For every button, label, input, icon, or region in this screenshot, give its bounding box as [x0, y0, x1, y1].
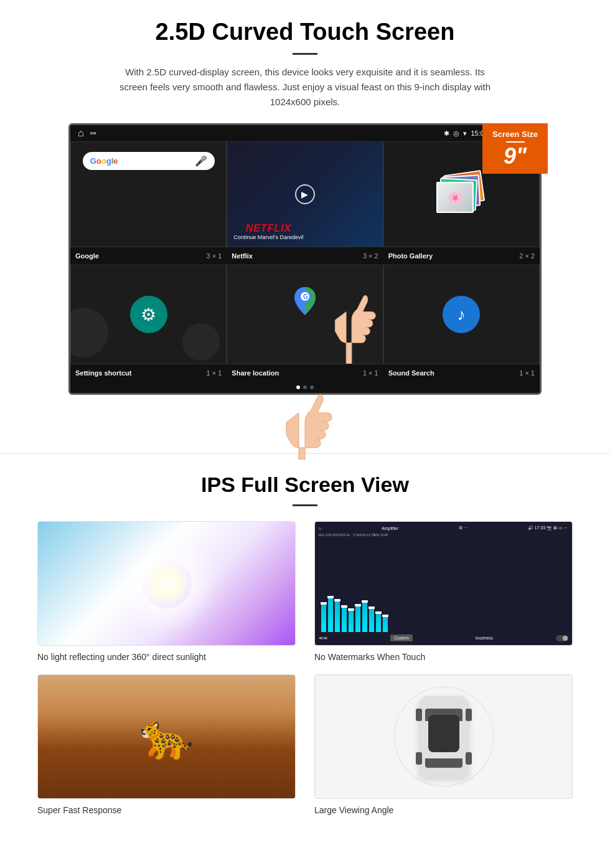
feature-grid: No light reflecting under 360° direct su… — [25, 521, 585, 815]
amplifier-image: ⌂ Amplifier ⚙ ··· 🔊 17:33 📷 ⊠ ▭ ← 60z 10… — [314, 521, 573, 646]
eq-bar-3 — [335, 601, 340, 632]
hand-below-svg — [243, 385, 367, 460]
netflix-size: 3 × 2 — [363, 252, 378, 260]
sound-label: Sound Search — [388, 369, 434, 377]
badge-divider — [506, 141, 525, 143]
bg-figure-1 — [68, 308, 108, 357]
section1-description: With 2.5D curved-display screen, this de… — [112, 65, 498, 110]
feature-amplifier: ⌂ Amplifier ⚙ ··· 🔊 17:33 📷 ⊠ ▭ ← 60z 10… — [314, 521, 573, 662]
wheel-front-right — [466, 709, 472, 721]
amp-home-icon: ⌂ — [319, 526, 321, 531]
eq-bar-1 — [321, 604, 326, 632]
feature-cheetah: 🐆 Super Fast Response — [37, 674, 296, 815]
car-image — [314, 674, 573, 799]
screen-size-badge: Screen Size 9" — [482, 123, 548, 174]
app-label-netflix: Netflix 3 × 2 — [227, 250, 383, 262]
eq-bar-2 — [328, 598, 333, 632]
eq-bar-6 — [355, 606, 360, 632]
eq-bar-5 — [349, 610, 354, 632]
amp-freq-labels: 60z 100 200 500 1k 2.5k 10k 12.5k 15k SU… — [319, 533, 568, 537]
photo-stack: 🌸 — [436, 169, 486, 219]
amp-nav-left: ≪≪ — [319, 636, 327, 641]
bluetooth-icon: ✱ — [444, 130, 449, 138]
settings-cell[interactable]: ⚙ — [70, 265, 227, 364]
eq-bar-10 — [383, 616, 388, 632]
cheetah-emoji: 🐆 — [139, 711, 194, 762]
google-search-bar[interactable]: Google 🎤 — [83, 152, 215, 170]
photogallery-size: 2 × 2 — [519, 252, 535, 260]
device-mockup: Screen Size 9" ⌂ ⚯ ✱ ◎ ▾ 15:06 📷 🔊 ⊠ — [68, 123, 542, 395]
eq-bar-7 — [362, 602, 367, 632]
amp-bottombar: ≪≪ Custom loudness — [319, 634, 568, 641]
amp-time: 🔊 17:33 📷 ⊠ ▭ ← — [528, 526, 568, 531]
car-container — [419, 696, 469, 777]
photogallery-label: Photo Gallery — [388, 252, 433, 260]
wheel-rear-left — [416, 752, 422, 765]
app-labels-row2: Settings shortcut 1 × 1 Share location 1… — [70, 364, 540, 382]
badge-size: 9" — [504, 143, 527, 169]
wifi-icon: ▾ — [463, 130, 467, 138]
svg-text:G: G — [303, 293, 308, 300]
cheetah-image: 🐆 — [37, 674, 296, 799]
badge-title: Screen Size — [492, 130, 538, 139]
mic-icon[interactable]: 🎤 — [195, 155, 207, 167]
sound-search-cell[interactable]: ♪ — [383, 265, 540, 364]
sound-search-icon: ♪ — [443, 296, 480, 333]
sun-glow — [142, 559, 192, 608]
usb-icon: ⚯ — [90, 130, 96, 138]
app-grid-row1: Google 🎤 ▶ NETFLIX Continue Marvel's Dar… — [70, 141, 540, 247]
hand-pointing-svg — [314, 270, 383, 364]
netflix-app-cell[interactable]: ▶ NETFLIX Continue Marvel's Daredevil — [227, 141, 383, 247]
google-size: 3 × 1 — [207, 252, 222, 260]
settings-size: 1 × 1 — [207, 369, 222, 377]
wheel-front-left — [416, 709, 422, 721]
app-label-photogallery: Photo Gallery 2 × 2 — [383, 250, 540, 262]
google-app-cell[interactable]: Google 🎤 — [70, 141, 227, 247]
netflix-logo: NETFLIX — [233, 223, 303, 234]
share-location-cell[interactable]: G — [227, 265, 383, 364]
location-icon: ◎ — [453, 130, 459, 138]
windshield-rear — [425, 758, 462, 768]
sunlight-caption: No light reflecting under 360° direct su… — [37, 652, 296, 662]
feature-car: Large Viewing Angle — [314, 674, 573, 815]
google-label: Google — [75, 252, 99, 260]
app-label-google: Google 3 × 1 — [70, 250, 227, 262]
app-label-settings: Settings shortcut 1 × 1 — [70, 367, 227, 379]
section1-title: 2.5D Curved Touch Screen — [37, 19, 573, 45]
netflix-overlay: NETFLIX Continue Marvel's Daredevil — [233, 223, 303, 240]
car-visual — [315, 675, 572, 798]
play-button[interactable]: ▶ — [295, 184, 315, 204]
settings-label: Settings shortcut — [75, 369, 131, 377]
app-grid-row2: ⚙ G — [70, 265, 540, 364]
app-label-sound: Sound Search 1 × 1 — [383, 367, 540, 379]
eq-bar-9 — [376, 613, 381, 632]
sunlight-visual — [38, 522, 295, 645]
photo-card-flower: 🌸 — [436, 182, 474, 213]
section2-title: IPS Full Screen View — [25, 473, 585, 497]
eq-bar-4 — [342, 607, 347, 632]
status-bar-left: ⌂ ⚯ — [78, 128, 96, 139]
share-label: Share location — [232, 369, 279, 377]
amp-settings-icon: ⚙ ··· — [459, 526, 467, 531]
netflix-label: Netflix — [232, 252, 253, 260]
car-top-view — [419, 696, 469, 777]
wheel-rear-right — [466, 752, 472, 765]
home-icon[interactable]: ⌂ — [78, 128, 84, 139]
amp-title: Amplifier — [382, 526, 398, 531]
section-curved-screen: 2.5D Curved Touch Screen With 2.5D curve… — [0, 0, 610, 435]
amp-custom-btn[interactable]: Custom — [390, 634, 413, 641]
car-roof — [428, 715, 459, 752]
app-label-share: Share location 1 × 1 — [227, 367, 383, 379]
netflix-subtitle: Continue Marvel's Daredevil — [233, 234, 303, 240]
hand-below-container — [37, 385, 573, 435]
section2-divider — [293, 504, 317, 506]
amp-loudness-toggle[interactable] — [556, 635, 568, 641]
section-ips: IPS Full Screen View No light reflecting… — [0, 473, 610, 815]
sound-size: 1 × 1 — [519, 369, 535, 377]
amplifier-visual: ⌂ Amplifier ⚙ ··· 🔊 17:33 📷 ⊠ ▭ ← 60z 10… — [315, 522, 572, 645]
cheetah-caption: Super Fast Response — [37, 805, 296, 815]
status-bar: ⌂ ⚯ ✱ ◎ ▾ 15:06 📷 🔊 ⊠ ▭ — [70, 125, 540, 141]
cheetah-visual: 🐆 — [38, 675, 295, 798]
device-screen: ⌂ ⚯ ✱ ◎ ▾ 15:06 📷 🔊 ⊠ ▭ — [68, 123, 542, 395]
google-logo: Google — [90, 156, 118, 166]
